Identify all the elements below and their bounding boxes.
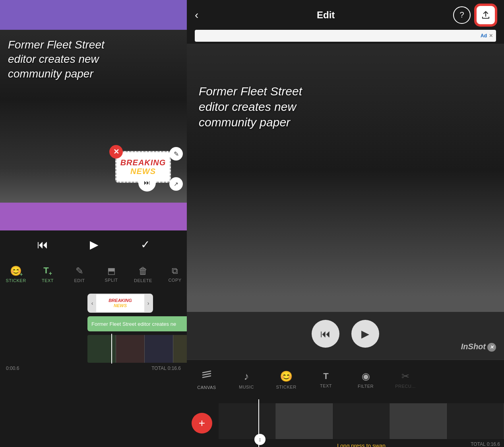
svg-line-1 <box>203 373 211 375</box>
tool-canvas[interactable]: CANVAS <box>187 366 227 393</box>
clip-content: BREAKING NEWS <box>96 298 144 308</box>
preview-top-bar <box>0 0 187 30</box>
ad-label: Ad <box>481 33 487 39</box>
header-actions: ? <box>453 5 496 25</box>
film-frame-2 <box>116 335 145 363</box>
vp-play-button[interactable]: ▶ <box>351 320 379 348</box>
tool-filter[interactable]: ◉ FILTER <box>346 368 386 392</box>
delete-label: DELETE <box>134 278 152 283</box>
bottom-toolbar-right: CANVAS ♪ MUSIC 😊 STICKER T TEXT ◉ FILTER… <box>187 360 504 399</box>
timeline-area: ‹ BREAKING NEWS › Former Fleet Street ed… <box>0 290 187 447</box>
filter-icon: ◉ <box>362 371 370 382</box>
text-label: TEXT <box>42 278 54 283</box>
timeline-sticker-track: ‹ BREAKING NEWS › <box>0 292 187 314</box>
long-press-label: Long press to swap <box>219 443 504 447</box>
right-time-total: TOTAL 0:16.6 <box>471 441 500 447</box>
timeline-times: 0:00.6 TOTAL 0:16.6 <box>0 364 187 373</box>
clip-arrow-right[interactable]: › <box>144 294 152 312</box>
page-title: Edit <box>317 10 335 21</box>
scissors-icon: ✂ <box>401 371 409 382</box>
film-frame-r4 <box>390 403 447 439</box>
music-icon: ♪ <box>244 370 249 383</box>
play-button[interactable]: ▶ <box>90 238 99 251</box>
clip-sticker-breaking: BREAKING <box>109 298 132 303</box>
film-frame-3 <box>145 335 173 363</box>
tool-text[interactable]: T+ TEXT <box>32 263 64 285</box>
right-timeline-times: TOTAL 0:16.6 <box>471 441 500 447</box>
copy-label: COPY <box>168 278 181 283</box>
tool-music[interactable]: ♪ MUSIC <box>227 367 266 393</box>
export-button[interactable] <box>475 5 496 25</box>
tool-delete[interactable]: 🗑 DELETE <box>127 263 159 285</box>
sticker-label: STICKER <box>6 278 26 283</box>
watermark-close[interactable]: ✕ <box>487 343 496 352</box>
music-label: MUSIC <box>239 385 254 389</box>
sticker-delete-button[interactable]: ✕ <box>109 145 123 159</box>
sticker-resize-button[interactable]: ↗ <box>169 177 183 191</box>
tool-edit[interactable]: ✎ EDIT <box>64 263 95 285</box>
sticker-right-icon: 😊 <box>280 370 293 383</box>
bottom-timeline-right: + ↕ Long press to swap TOTAL 0:16.6 <box>187 399 504 447</box>
sticker-container[interactable]: ✕ ✎ BREAKING NEWS ⏭ ↗ <box>115 151 179 187</box>
playhead <box>111 334 112 364</box>
video-filmstrip <box>87 335 187 363</box>
ad-close[interactable]: ✕ <box>489 33 493 39</box>
time-current: 0:00.6 <box>6 366 19 371</box>
rewind-button[interactable]: ⏮ <box>37 238 48 251</box>
tool-copy[interactable]: ⧉ COPY <box>159 264 187 284</box>
add-button[interactable]: + <box>192 413 212 433</box>
film-frame-r5 <box>447 403 504 439</box>
svg-line-2 <box>203 376 211 377</box>
playback-controls: ⏮ ▶ ✓ <box>0 230 187 258</box>
ad-area: Ad ✕ <box>195 30 496 42</box>
back-button[interactable]: ‹ <box>195 9 198 21</box>
inshot-watermark: InShot✕ <box>461 342 496 352</box>
tool-precut[interactable]: ✂ PRECU... <box>386 368 425 392</box>
vp-rewind-button[interactable]: ⏮ <box>312 320 339 348</box>
tool-split[interactable]: ⬒ SPLIT <box>95 264 127 284</box>
vp-controls: ⏮ ▶ <box>187 320 504 348</box>
canvas-label: CANVAS <box>197 385 216 390</box>
clip-sticker-news: NEWS <box>114 303 127 308</box>
svg-line-0 <box>203 371 211 373</box>
preview-text-overlay: Former Fleet Street editor creates new c… <box>8 38 105 81</box>
film-frame-4 <box>173 335 187 363</box>
preview-content: Former Fleet Street editor creates new c… <box>0 30 187 203</box>
film-frame-r2 <box>276 403 333 439</box>
header: ‹ Edit ? <box>187 0 504 30</box>
film-frame-r1 <box>219 403 276 439</box>
precut-label: PRECU... <box>395 384 416 389</box>
sticker-playcontrol[interactable]: ⏭ <box>138 174 156 192</box>
sticker-edit-button[interactable]: ✎ <box>169 147 183 161</box>
sticker-text-breaking: BREAKING <box>120 158 166 167</box>
left-panel: Former Fleet Street editor creates new c… <box>0 0 187 447</box>
text-icon: T+ <box>43 265 52 277</box>
delete-icon: 🗑 <box>138 265 148 277</box>
text-clip-content: Former Fleet Street editor creates ne <box>91 321 176 327</box>
filter-label: FILTER <box>358 384 374 389</box>
tool-sticker-right[interactable]: 😊 STICKER <box>266 367 306 393</box>
edit-icon: ✎ <box>76 265 83 277</box>
export-icon <box>481 11 490 19</box>
timeline-video-track <box>0 334 187 364</box>
sticker-icon: 😊+ <box>10 265 22 277</box>
split-label: SPLIT <box>105 278 118 283</box>
canvas-icon <box>201 370 212 383</box>
text-right-label: TEXT <box>320 383 332 388</box>
timeline-sticker-clip[interactable]: ‹ BREAKING NEWS › <box>87 294 153 313</box>
vp-text-overlay: Former Fleet Street editor creates new c… <box>199 83 302 130</box>
playhead-right <box>258 399 259 447</box>
preview-bottom-bar <box>0 203 187 230</box>
time-total: TOTAL 0:16.6 <box>151 366 181 371</box>
timeline-text-track: Former Fleet Street editor creates ne <box>0 316 187 332</box>
clip-arrow-left[interactable]: ‹ <box>88 294 96 312</box>
video-preview-right: Former Fleet Street editor creates new c… <box>187 44 504 360</box>
timeline-text-clip[interactable]: Former Fleet Street editor creates ne <box>87 316 187 331</box>
confirm-button[interactable]: ✓ <box>141 238 150 251</box>
sticker-right-label: STICKER <box>276 385 296 389</box>
tool-text-right[interactable]: T TEXT <box>306 368 346 391</box>
tool-sticker[interactable]: 😊+ STICKER <box>0 263 32 285</box>
help-button[interactable]: ? <box>453 6 471 24</box>
text-right-icon: T <box>323 371 328 381</box>
toolbar-left: 😊+ STICKER T+ TEXT ✎ EDIT ⬒ SPLIT 🗑 DELE… <box>0 258 187 290</box>
